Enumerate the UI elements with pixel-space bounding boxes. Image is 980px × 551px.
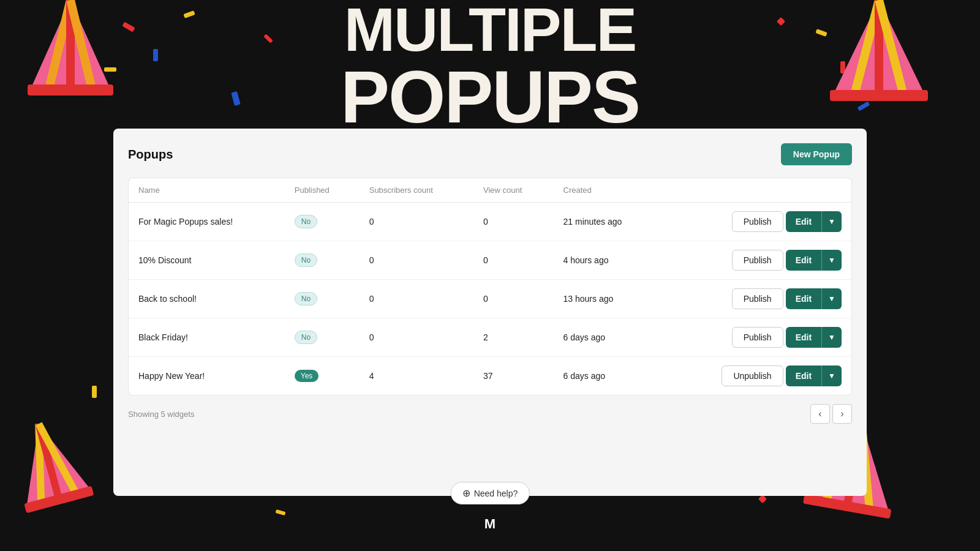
cell-created: 21 minutes ago (554, 203, 661, 241)
help-label: Need help? (474, 489, 518, 498)
edit-dropdown-button[interactable]: ▼ (821, 365, 842, 386)
published-badge: No (295, 215, 317, 228)
cell-published: No (285, 203, 360, 241)
table-row: Happy New Year! Yes 4 37 6 days ago Unpu… (129, 357, 851, 395)
edit-group: Edit ▼ (786, 211, 842, 232)
help-bar: ⊕ Need help? M (451, 482, 530, 539)
cell-name: For Magic Popups sales! (129, 203, 285, 241)
cell-views: 0 (473, 280, 554, 318)
cell-actions: Publish Edit ▼ (660, 318, 851, 357)
publish-button[interactable]: Publish (732, 327, 783, 348)
publish-button[interactable]: Publish (732, 211, 783, 232)
cell-created: 4 hours ago (554, 241, 661, 280)
edit-dropdown-button[interactable]: ▼ (821, 327, 842, 348)
edit-group: Edit ▼ (786, 365, 842, 386)
edit-button[interactable]: Edit (786, 250, 821, 271)
table-row: Back to school! No 0 0 13 hours ago Publ… (129, 280, 851, 318)
col-actions (660, 178, 851, 203)
party-hat-right-top (827, 0, 931, 104)
table-header-row: Name Published Subscribers count View co… (129, 178, 851, 203)
cell-views: 0 (473, 203, 554, 241)
cell-created: 6 days ago (554, 318, 661, 357)
panel-footer: Showing 5 widgets ‹ › (128, 395, 852, 424)
col-views: View count (473, 178, 554, 203)
next-page-button[interactable]: › (832, 404, 852, 424)
party-hat-left-top (24, 0, 116, 98)
hero-title: MULTIPLE POPUPS (341, 0, 639, 133)
cell-subscribers: 0 (360, 203, 473, 241)
published-badge: No (295, 253, 317, 267)
edit-button[interactable]: Edit (786, 288, 821, 309)
prev-page-button[interactable]: ‹ (810, 404, 830, 424)
cell-views: 2 (473, 318, 554, 357)
cell-subscribers: 0 (360, 241, 473, 280)
publish-button[interactable]: Unpublish (722, 365, 783, 386)
cell-published: Yes (285, 357, 360, 395)
popups-panel: Popups New Popup Name Published Subscrib… (113, 129, 867, 496)
hero-line2: POPUPS (341, 60, 639, 133)
publish-button[interactable]: Publish (732, 288, 783, 309)
cell-name: Back to school! (129, 280, 285, 318)
cell-name: Happy New Year! (129, 357, 285, 395)
cell-published: No (285, 241, 360, 280)
cell-subscribers: 0 (360, 280, 473, 318)
cell-name: Black Friday! (129, 318, 285, 357)
cell-actions: Publish Edit ▼ (660, 241, 851, 280)
col-created: Created (554, 178, 661, 203)
edit-dropdown-button[interactable]: ▼ (821, 250, 842, 271)
panel-header: Popups New Popup (128, 143, 852, 165)
published-badge: No (295, 331, 317, 344)
hero-line1: MULTIPLE (341, 0, 639, 60)
svg-rect-9 (830, 90, 928, 101)
cell-created: 6 days ago (554, 357, 661, 395)
edit-group: Edit ▼ (786, 327, 842, 348)
panel-title: Popups (128, 148, 173, 162)
edit-button[interactable]: Edit (786, 365, 821, 386)
svg-rect-4 (28, 84, 113, 96)
edit-group: Edit ▼ (786, 288, 842, 309)
popups-table-container: Name Published Subscribers count View co… (128, 178, 852, 395)
publish-button[interactable]: Publish (732, 250, 783, 271)
cell-created: 13 hours ago (554, 280, 661, 318)
confetti (153, 49, 158, 61)
pagination: ‹ › (810, 404, 852, 424)
cell-published: No (285, 318, 360, 357)
confetti (92, 386, 97, 398)
cell-actions: Unpublish Edit ▼ (660, 357, 851, 395)
edit-button[interactable]: Edit (786, 211, 821, 232)
table-row: For Magic Popups sales! No 0 0 21 minute… (129, 203, 851, 241)
edit-dropdown-button[interactable]: ▼ (821, 211, 842, 232)
col-published: Published (285, 178, 360, 203)
m-logo: M (475, 509, 505, 539)
showing-text: Showing 5 widgets (128, 410, 194, 419)
table-row: Black Friday! No 0 2 6 days ago Publish … (129, 318, 851, 357)
popups-table: Name Published Subscribers count View co… (129, 178, 851, 395)
published-badge: No (295, 292, 317, 305)
published-badge: Yes (295, 370, 319, 382)
cell-published: No (285, 280, 360, 318)
cell-subscribers: 0 (360, 318, 473, 357)
cell-views: 0 (473, 241, 554, 280)
cell-subscribers: 4 (360, 357, 473, 395)
table-row: 10% Discount No 0 0 4 hours ago Publish … (129, 241, 851, 280)
edit-group: Edit ▼ (786, 250, 842, 271)
cell-actions: Publish Edit ▼ (660, 203, 851, 241)
col-subscribers: Subscribers count (360, 178, 473, 203)
col-name: Name (129, 178, 285, 203)
cell-name: 10% Discount (129, 241, 285, 280)
need-help-button[interactable]: ⊕ Need help? (451, 482, 530, 504)
new-popup-button[interactable]: New Popup (781, 143, 852, 165)
edit-dropdown-button[interactable]: ▼ (821, 288, 842, 309)
edit-button[interactable]: Edit (786, 327, 821, 348)
cell-actions: Publish Edit ▼ (660, 280, 851, 318)
cell-views: 37 (473, 357, 554, 395)
help-icon: ⊕ (462, 487, 470, 499)
